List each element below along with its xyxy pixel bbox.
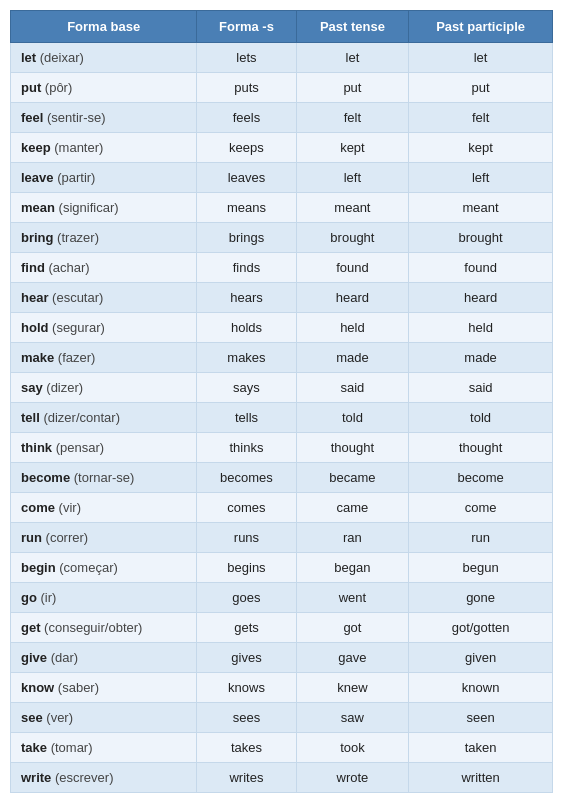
verb-translation: (dizer/contar) [40, 410, 120, 425]
cell-form-1: said [296, 373, 409, 403]
verb-base: come [21, 500, 55, 515]
cell-form-0: runs [197, 523, 296, 553]
cell-form-2: left [409, 163, 553, 193]
verb-base: tell [21, 410, 40, 425]
cell-base-form: say (dizer) [11, 373, 197, 403]
verb-base: begin [21, 560, 56, 575]
table-header-row: Forma baseForma -sPast tensePast partici… [11, 11, 553, 43]
cell-form-2: thought [409, 433, 553, 463]
verb-translation: (tornar-se) [70, 470, 134, 485]
table-row: become (tornar-se)becomesbecamebecome [11, 463, 553, 493]
verb-base: find [21, 260, 45, 275]
table-row: bring (trazer)bringsbroughtbrought [11, 223, 553, 253]
table-row: feel (sentir-se)feelsfeltfelt [11, 103, 553, 133]
table-row: think (pensar)thinksthoughtthought [11, 433, 553, 463]
cell-base-form: know (saber) [11, 673, 197, 703]
verb-translation: (começar) [56, 560, 118, 575]
cell-form-1: meant [296, 193, 409, 223]
cell-form-2: meant [409, 193, 553, 223]
cell-form-1: put [296, 73, 409, 103]
verb-translation: (pensar) [52, 440, 104, 455]
verb-base: let [21, 50, 36, 65]
verb-translation: (vir) [55, 500, 81, 515]
cell-form-0: sees [197, 703, 296, 733]
verb-translation: (manter) [51, 140, 104, 155]
cell-base-form: come (vir) [11, 493, 197, 523]
cell-form-2: got/gotten [409, 613, 553, 643]
table-row: begin (começar)beginsbeganbegun [11, 553, 553, 583]
cell-form-2: made [409, 343, 553, 373]
cell-base-form: begin (começar) [11, 553, 197, 583]
cell-form-1: kept [296, 133, 409, 163]
cell-form-2: felt [409, 103, 553, 133]
table-row: come (vir)comescamecome [11, 493, 553, 523]
cell-form-2: seen [409, 703, 553, 733]
verb-translation: (dar) [47, 650, 78, 665]
verb-base: leave [21, 170, 54, 185]
cell-form-0: means [197, 193, 296, 223]
table-row: see (ver)seessawseen [11, 703, 553, 733]
verb-base: feel [21, 110, 43, 125]
cell-base-form: think (pensar) [11, 433, 197, 463]
table-row: take (tomar)takestooktaken [11, 733, 553, 763]
cell-base-form: feel (sentir-se) [11, 103, 197, 133]
verb-base: get [21, 620, 41, 635]
verb-base: go [21, 590, 37, 605]
verb-translation: (achar) [45, 260, 90, 275]
verb-translation: (trazer) [54, 230, 100, 245]
verb-base: hold [21, 320, 48, 335]
cell-base-form: get (conseguir/obter) [11, 613, 197, 643]
cell-form-2: come [409, 493, 553, 523]
cell-form-0: comes [197, 493, 296, 523]
cell-form-2: kept [409, 133, 553, 163]
table-row: let (deixar)letsletlet [11, 43, 553, 73]
cell-form-1: told [296, 403, 409, 433]
verb-base: think [21, 440, 52, 455]
table-row: say (dizer)sayssaidsaid [11, 373, 553, 403]
cell-form-0: thinks [197, 433, 296, 463]
verb-translation: (escrever) [51, 770, 113, 785]
column-header-2: Past tense [296, 11, 409, 43]
table-row: tell (dizer/contar)tellstoldtold [11, 403, 553, 433]
table-row: hear (escutar)hearsheardheard [11, 283, 553, 313]
cell-form-2: held [409, 313, 553, 343]
cell-base-form: hold (segurar) [11, 313, 197, 343]
table-row: make (fazer)makesmademade [11, 343, 553, 373]
cell-form-0: feels [197, 103, 296, 133]
cell-form-2: found [409, 253, 553, 283]
cell-form-1: gave [296, 643, 409, 673]
column-header-1: Forma -s [197, 11, 296, 43]
cell-form-0: gives [197, 643, 296, 673]
cell-base-form: tell (dizer/contar) [11, 403, 197, 433]
cell-form-0: goes [197, 583, 296, 613]
table-row: hold (segurar)holdsheldheld [11, 313, 553, 343]
cell-base-form: become (tornar-se) [11, 463, 197, 493]
table-row: go (ir)goeswentgone [11, 583, 553, 613]
cell-base-form: let (deixar) [11, 43, 197, 73]
cell-form-2: put [409, 73, 553, 103]
verb-base: take [21, 740, 47, 755]
verb-translation: (segurar) [48, 320, 104, 335]
cell-form-0: lets [197, 43, 296, 73]
cell-form-0: takes [197, 733, 296, 763]
cell-base-form: see (ver) [11, 703, 197, 733]
cell-form-1: heard [296, 283, 409, 313]
verb-base: bring [21, 230, 54, 245]
cell-base-form: go (ir) [11, 583, 197, 613]
cell-form-1: knew [296, 673, 409, 703]
verb-translation: (tomar) [47, 740, 93, 755]
verb-translation: (dizer) [43, 380, 83, 395]
cell-base-form: take (tomar) [11, 733, 197, 763]
cell-form-0: knows [197, 673, 296, 703]
cell-base-form: find (achar) [11, 253, 197, 283]
verb-base: run [21, 530, 42, 545]
cell-form-1: got [296, 613, 409, 643]
cell-form-1: took [296, 733, 409, 763]
table-row: get (conseguir/obter)getsgotgot/gotten [11, 613, 553, 643]
cell-form-0: leaves [197, 163, 296, 193]
verb-base: give [21, 650, 47, 665]
table-row: find (achar)findsfoundfound [11, 253, 553, 283]
verb-translation: (ir) [37, 590, 57, 605]
cell-base-form: write (escrever) [11, 763, 197, 793]
table-row: put (pôr)putsputput [11, 73, 553, 103]
